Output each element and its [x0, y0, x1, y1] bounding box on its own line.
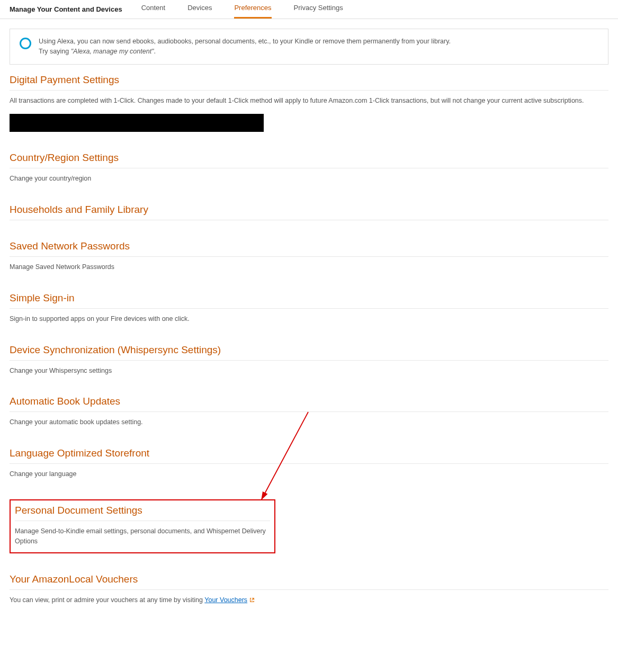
section-whispersync: Device Synchronization (Whispersync Sett…: [10, 344, 608, 376]
your-vouchers-link[interactable]: Your Vouchers: [204, 596, 247, 604]
section-personal-document-highlighted: Personal Document Settings Manage Send-t…: [10, 499, 275, 554]
main-content: Using Alexa, you can now send ebooks, au…: [0, 19, 618, 635]
alexa-line1: Using Alexa, you can now send ebooks, au…: [39, 38, 451, 45]
section-households: Households and Family Library: [10, 204, 608, 220]
tab-privacy-settings[interactable]: Privacy Settings: [294, 4, 343, 19]
desc-simple-signin: Sign-in to supported apps on your Fire d…: [10, 314, 608, 324]
heading-simple-signin[interactable]: Simple Sign-in: [10, 292, 608, 309]
section-amazonlocal-vouchers: Your AmazonLocal Vouchers You can view, …: [10, 574, 608, 605]
top-navigation: Manage Your Content and Devices Content …: [0, 0, 618, 19]
desc-whispersync: Change your Whispersync settings: [10, 366, 608, 376]
redacted-payment-block: [10, 114, 264, 132]
heading-auto-book-updates[interactable]: Automatic Book Updates: [10, 396, 608, 412]
section-language-storefront: Language Optimized Storefront Change you…: [10, 447, 608, 479]
alexa-line2c: .: [154, 48, 156, 55]
alexa-phrase: "Alexa, manage my content": [71, 48, 154, 55]
tab-devices[interactable]: Devices: [187, 4, 212, 19]
desc-digital-payment: All transactions are completed with 1-Cl…: [10, 96, 608, 106]
desc-saved-network: Manage Saved Network Passwords: [10, 262, 608, 272]
heading-country-region[interactable]: Country/Region Settings: [10, 152, 608, 168]
page-title: Manage Your Content and Devices: [10, 5, 122, 19]
section-country-region: Country/Region Settings Change your coun…: [10, 152, 608, 184]
alexa-ring-icon: [20, 38, 31, 49]
heading-households[interactable]: Households and Family Library: [10, 204, 608, 220]
desc-language-storefront: Change your language: [10, 469, 608, 479]
heading-personal-document[interactable]: Personal Document Settings: [15, 505, 270, 521]
tab-bar: Content Devices Preferences Privacy Sett…: [141, 0, 343, 19]
desc-country-region: Change your country/region: [10, 174, 608, 184]
section-simple-signin: Simple Sign-in Sign-in to supported apps…: [10, 292, 608, 324]
desc-auto-book-updates: Change your automatic book updates setti…: [10, 417, 608, 427]
alexa-banner-text: Using Alexa, you can now send ebooks, au…: [39, 37, 451, 57]
section-saved-network: Saved Network Passwords Manage Saved Net…: [10, 240, 608, 272]
heading-whispersync[interactable]: Device Synchronization (Whispersync Sett…: [10, 344, 608, 361]
external-link-icon: [249, 597, 255, 603]
vouchers-desc-prefix: You can view, print or admire your vouch…: [10, 596, 204, 604]
desc-personal-document: Manage Send-to-Kindle email settings, pe…: [15, 526, 270, 546]
tab-preferences[interactable]: Preferences: [234, 4, 271, 19]
tab-content[interactable]: Content: [141, 4, 166, 19]
heading-language-storefront[interactable]: Language Optimized Storefront: [10, 447, 608, 464]
desc-amazonlocal-vouchers: You can view, print or admire your vouch…: [10, 595, 608, 605]
section-digital-payment: Digital Payment Settings All transaction…: [10, 74, 608, 132]
alexa-line2a: Try saying: [39, 48, 71, 55]
heading-amazonlocal-vouchers[interactable]: Your AmazonLocal Vouchers: [10, 574, 608, 590]
heading-saved-network[interactable]: Saved Network Passwords: [10, 240, 608, 257]
alexa-info-banner: Using Alexa, you can now send ebooks, au…: [10, 29, 608, 65]
heading-digital-payment[interactable]: Digital Payment Settings: [10, 74, 608, 91]
section-auto-book-updates: Automatic Book Updates Change your autom…: [10, 396, 608, 427]
